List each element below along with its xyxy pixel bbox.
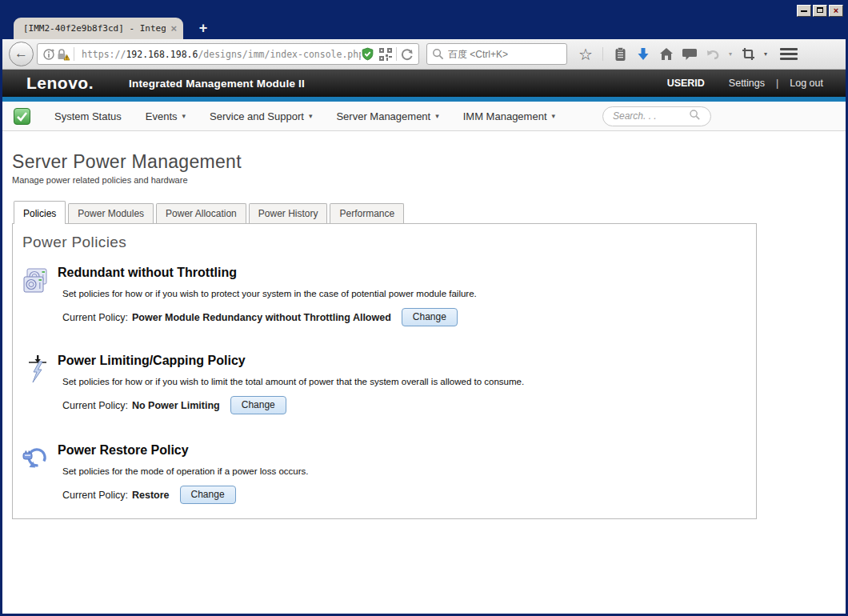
nav-item-service-and-support[interactable]: Service and Support▾ [210, 110, 312, 122]
url-divider [74, 47, 74, 61]
window-titlebar: [IMM2-40f2e9b8f3cd] - Integ⋯ × + × [2, 2, 846, 39]
lock-warning-icon[interactable] [55, 48, 70, 61]
current-policy-value: No Power Limiting [132, 400, 220, 411]
page-subtitle: Manage power related policies and hardwa… [12, 175, 846, 185]
chevron-down-icon: ▾ [182, 112, 186, 120]
policy-limiting: Power Limiting/Capping Policy Set polici… [22, 354, 756, 414]
refresh-icon[interactable] [401, 48, 414, 61]
shield-check-icon[interactable] [361, 47, 374, 61]
minimize-icon [801, 10, 807, 12]
power-restore-icon [22, 443, 58, 504]
settings-link[interactable]: Settings [729, 78, 765, 89]
browser-toolbar: ← https://192.168.198.6/designs/imm/inde… [2, 39, 846, 70]
policy-current-row: Current Policy: No Power Limiting Change [62, 396, 756, 414]
logout-link[interactable]: Log out [790, 78, 823, 89]
header-separator: | [776, 78, 778, 89]
screenshot-caret-icon[interactable]: ▾ [761, 50, 770, 58]
undo-caret-icon[interactable]: ▾ [726, 50, 735, 58]
power-modules-icon [22, 266, 58, 326]
bookmark-star-icon[interactable]: ☆ [575, 44, 596, 65]
search-icon [689, 109, 701, 124]
current-policy-value: Restore [132, 490, 170, 501]
imm-search-input[interactable] [613, 110, 689, 122]
chevron-down-icon: ▾ [309, 112, 313, 120]
nav-item-events[interactable]: Events▾ [146, 110, 186, 122]
tab-policies[interactable]: Policies [14, 201, 66, 223]
home-icon[interactable] [656, 44, 677, 65]
tab-power-allocation[interactable]: Power Allocation [156, 203, 246, 223]
url-text[interactable]: https://192.168.198.6/designs/imm/index-… [82, 49, 361, 60]
chevron-down-icon: ▾ [435, 112, 439, 120]
app-title: Integrated Management Module II [129, 78, 305, 90]
policy-description: Set policies for how or if you wish to p… [62, 289, 756, 298]
browser-tab-title: [IMM2-40f2e9b8f3cd] - Integ⋯ [23, 23, 166, 34]
undo-icon[interactable] [702, 44, 723, 65]
window-controls: × [797, 5, 843, 17]
power-limit-icon [22, 354, 58, 414]
tab-power-history[interactable]: Power History [249, 203, 328, 223]
current-policy-value: Power Module Redundancy without Throttli… [132, 312, 391, 323]
policy-title: Power Restore Policy [58, 443, 756, 458]
browser-search-input[interactable] [448, 49, 552, 60]
tab-close-icon[interactable]: × [170, 22, 177, 34]
policy-title: Redundant without Throttling [58, 266, 756, 280]
policy-description: Set policies for the mode of operation i… [62, 466, 756, 476]
current-policy-label: Current Policy: [62, 400, 128, 411]
change-limiting-button[interactable]: Change [230, 396, 286, 414]
toolbar-buttons: ☆ ▾ ▾ [575, 44, 770, 65]
new-tab-button[interactable]: + [193, 20, 214, 38]
policy-current-row: Current Policy: Restore Change [62, 486, 756, 504]
nav-item-server-management[interactable]: Server Management▾ [336, 110, 438, 122]
tab-performance[interactable]: Performance [330, 203, 404, 223]
imm-search[interactable] [602, 106, 711, 126]
section-title: Power Policies [22, 234, 756, 251]
maximize-icon [817, 7, 823, 13]
change-redundancy-button[interactable]: Change [402, 308, 458, 326]
search-icon [432, 48, 444, 60]
policy-redundant: Redundant without Throttling Set policie… [22, 266, 756, 326]
page-title: Server Power Management [12, 151, 846, 173]
policy-description: Set policies for how or if you wish to l… [62, 377, 756, 386]
browser-window: [IMM2-40f2e9b8f3cd] - Integ⋯ × + × ← htt… [0, 0, 848, 616]
toolbar-divider [602, 47, 603, 61]
app-header: Lenovo. Integrated Management Module II … [2, 70, 846, 97]
maximize-button[interactable] [813, 5, 827, 17]
policy-current-row: Current Policy: Power Module Redundancy … [62, 308, 756, 326]
url-divider-2 [396, 47, 397, 61]
minimize-button[interactable] [797, 5, 811, 17]
back-button[interactable]: ← [9, 42, 34, 66]
close-button[interactable]: × [829, 5, 843, 17]
browser-tab[interactable]: [IMM2-40f2e9b8f3cd] - Integ⋯ × [14, 18, 183, 39]
bookmarks-panel-icon[interactable] [610, 44, 630, 65]
header-right: USERID Settings | Log out [667, 78, 823, 89]
lenovo-logo: Lenovo. [26, 74, 94, 93]
policies-panel: Power Policies Redundant without Throttl… [12, 223, 757, 519]
tab-power-modules[interactable]: Power Modules [68, 203, 154, 223]
current-policy-label: Current Policy: [62, 490, 128, 501]
change-restore-button[interactable]: Change [180, 486, 236, 504]
download-icon[interactable] [633, 44, 654, 65]
current-policy-label: Current Policy: [62, 312, 128, 323]
policy-restore: Power Restore Policy Set policies for th… [22, 443, 756, 504]
info-icon[interactable] [42, 48, 55, 61]
imm-nav: System Status Events▾ Service and Suppor… [2, 102, 846, 131]
qr-code-icon[interactable] [379, 48, 392, 61]
nav-item-system-status[interactable]: System Status [54, 110, 122, 122]
user-id: USERID [667, 78, 705, 89]
tab-bar: Policies Power Modules Power Allocation … [12, 201, 846, 223]
screenshot-tool-icon[interactable] [738, 44, 758, 65]
page-content: Server Power Management Manage power rel… [2, 131, 846, 614]
chevron-down-icon: ▾ [552, 112, 556, 120]
menu-icon[interactable] [780, 44, 804, 65]
browser-search[interactable] [426, 43, 567, 65]
url-bar[interactable]: https://192.168.198.6/designs/imm/index-… [37, 43, 419, 65]
nav-item-imm-management[interactable]: IMM Management▾ [463, 110, 555, 122]
policy-title: Power Limiting/Capping Policy [58, 354, 756, 368]
system-status-ok-icon[interactable] [14, 108, 30, 125]
chat-bubble-icon[interactable] [679, 44, 700, 65]
